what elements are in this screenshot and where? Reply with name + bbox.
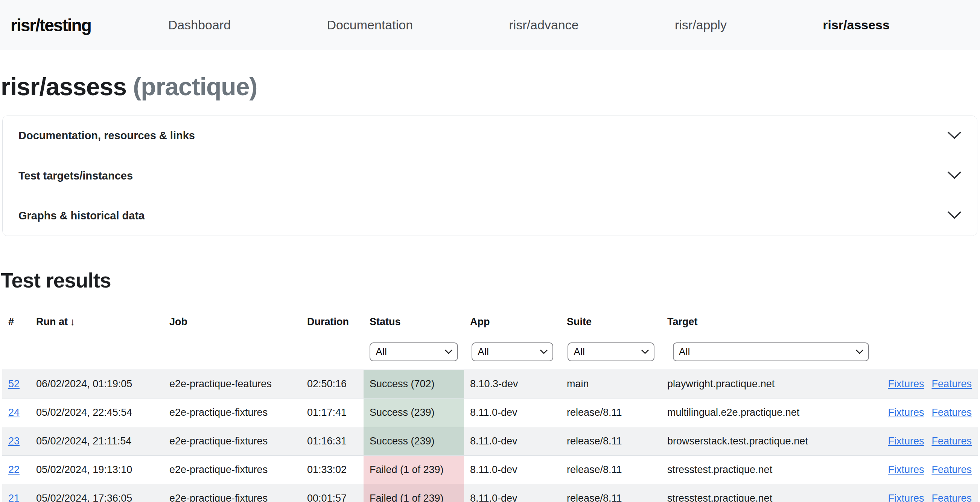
suite-cell: release/8.11 — [561, 398, 661, 427]
col-header-status[interactable]: Status — [364, 293, 464, 334]
table-filter-row: All All All — [2, 334, 978, 370]
fixtures-link[interactable]: Fixtures — [888, 435, 924, 447]
col-header-run-at[interactable]: Run at↓ — [30, 293, 163, 334]
status-filter-select[interactable]: All — [369, 342, 458, 361]
app-cell: 8.10.3-dev — [464, 370, 561, 398]
nav-item-dashboard[interactable]: Dashboard — [168, 18, 231, 32]
features-link[interactable]: Features — [931, 464, 972, 475]
status-badge: Success (239) — [364, 427, 464, 455]
features-link[interactable]: Features — [931, 492, 972, 502]
target-cell: playwright.practique.net — [661, 370, 880, 398]
table-row: 24 05/02/2024, 22:45:54 e2e-practique-fi… — [2, 398, 978, 427]
app-cell: 8.11.0-dev — [464, 398, 561, 427]
table-row: 22 05/02/2024, 19:13:10 e2e-practique-fi… — [2, 455, 978, 484]
accordion-item-documentation-resources-links[interactable]: Documentation, resources & links — [3, 116, 977, 156]
run-number-link[interactable]: 22 — [8, 464, 19, 475]
sort-descending-icon: ↓ — [70, 316, 75, 327]
table-header-row: # Run at↓ Job Duration Status App Suite … — [2, 293, 978, 334]
target-cell: browserstack.test.practique.net — [661, 427, 880, 455]
navbar: risr/testing Dashboard Documentation ris… — [0, 0, 980, 50]
row-links: FixturesFeatures — [880, 398, 978, 427]
suite-cell: main — [561, 370, 661, 398]
accordion-item-test-targets-instances[interactable]: Test targets/instances — [3, 156, 977, 196]
features-link[interactable]: Features — [931, 378, 972, 389]
results-table: # Run at↓ Job Duration Status App Suite … — [2, 293, 978, 502]
nav-item-documentation[interactable]: Documentation — [327, 18, 413, 32]
target-cell: stresstest.practique.net — [661, 484, 880, 502]
job-cell: e2e-practique-fixtures — [163, 484, 301, 502]
app-cell: 8.11.0-dev — [464, 484, 561, 502]
run-number-link[interactable]: 24 — [8, 407, 19, 418]
navbar-brand[interactable]: risr/testing — [11, 15, 91, 35]
job-cell: e2e-practique-fixtures — [163, 398, 301, 427]
col-header-run-at-label: Run at — [36, 316, 68, 327]
app-filter-select[interactable]: All — [472, 342, 553, 361]
accordion: Documentation, resources & links Test ta… — [2, 116, 977, 236]
suite-filter-select[interactable]: All — [568, 342, 654, 361]
row-links: FixturesFeatures — [880, 455, 978, 484]
app-cell: 8.11.0-dev — [464, 427, 561, 455]
fixtures-link[interactable]: Fixtures — [888, 464, 924, 475]
navbar-items: Dashboard Documentation risr/advance ris… — [168, 18, 890, 32]
accordion-item-label: Graphs & historical data — [18, 210, 947, 222]
row-links: FixturesFeatures — [880, 484, 978, 502]
run-at-cell: 05/02/2024, 19:13:10 — [30, 455, 163, 484]
target-cell: stresstest.practique.net — [661, 455, 880, 484]
status-badge: Success (239) — [364, 398, 464, 427]
status-badge: Failed (1 of 239) — [364, 455, 464, 484]
chevron-down-icon — [947, 210, 962, 221]
suite-cell: release/8.11 — [561, 455, 661, 484]
results-heading: Test results — [1, 268, 980, 293]
run-at-cell: 05/02/2024, 21:11:54 — [30, 427, 163, 455]
run-at-cell: 05/02/2024, 22:45:54 — [30, 398, 163, 427]
app-cell: 8.11.0-dev — [464, 455, 561, 484]
duration-cell: 00:01:57 — [301, 484, 364, 502]
row-links: FixturesFeatures — [880, 370, 978, 398]
col-header-suite[interactable]: Suite — [561, 293, 661, 334]
col-header-links — [880, 293, 978, 334]
col-header-target[interactable]: Target — [661, 293, 880, 334]
run-number-link[interactable]: 23 — [8, 435, 19, 447]
run-at-cell: 06/02/2024, 01:19:05 — [30, 370, 163, 398]
table-row: 52 06/02/2024, 01:19:05 e2e-practique-fe… — [2, 370, 978, 398]
nav-item-risr-assess[interactable]: risr/assess — [822, 18, 890, 32]
duration-cell: 01:17:41 — [301, 398, 364, 427]
target-filter-select[interactable]: All — [673, 342, 869, 361]
features-link[interactable]: Features — [931, 435, 972, 447]
status-badge: Failed (1 of 239) — [364, 484, 464, 502]
job-cell: e2e-practique-fixtures — [163, 455, 301, 484]
duration-cell: 01:33:02 — [301, 455, 364, 484]
page-title-subtitle: (practique) — [133, 73, 257, 100]
status-badge: Success (702) — [364, 370, 464, 398]
run-number-link[interactable]: 21 — [8, 492, 19, 502]
col-header-num: # — [2, 293, 30, 334]
nav-item-risr-advance[interactable]: risr/advance — [509, 18, 578, 32]
page-title-app: risr/assess — [1, 73, 126, 100]
duration-cell: 02:50:16 — [301, 370, 364, 398]
fixtures-link[interactable]: Fixtures — [888, 492, 924, 502]
chevron-down-icon — [947, 130, 962, 141]
duration-cell: 01:16:31 — [301, 427, 364, 455]
col-header-duration[interactable]: Duration — [301, 293, 364, 334]
accordion-item-label: Documentation, resources & links — [18, 129, 947, 142]
job-cell: e2e-practique-features — [163, 370, 301, 398]
table-row: 23 05/02/2024, 21:11:54 e2e-practique-fi… — [2, 427, 978, 455]
row-links: FixturesFeatures — [880, 427, 978, 455]
run-at-cell: 05/02/2024, 17:36:05 — [30, 484, 163, 502]
table-row: 21 05/02/2024, 17:36:05 e2e-practique-fi… — [2, 484, 978, 502]
accordion-item-graphs-historical-data[interactable]: Graphs & historical data — [3, 196, 977, 235]
fixtures-link[interactable]: Fixtures — [888, 378, 924, 389]
suite-cell: release/8.11 — [561, 484, 661, 502]
nav-item-risr-apply[interactable]: risr/apply — [675, 18, 727, 32]
fixtures-link[interactable]: Fixtures — [888, 407, 924, 418]
page-title: risr/assess (practique) — [1, 71, 980, 102]
col-header-app[interactable]: App — [464, 293, 561, 334]
features-link[interactable]: Features — [931, 407, 972, 418]
col-header-job[interactable]: Job — [163, 293, 301, 334]
target-cell: multilingual.e2e.practique.net — [661, 398, 880, 427]
main-content: risr/assess (practique) Documentation, r… — [0, 71, 980, 502]
accordion-item-label: Test targets/instances — [18, 170, 947, 182]
job-cell: e2e-practique-fixtures — [163, 427, 301, 455]
run-number-link[interactable]: 52 — [8, 378, 19, 389]
suite-cell: release/8.11 — [561, 427, 661, 455]
